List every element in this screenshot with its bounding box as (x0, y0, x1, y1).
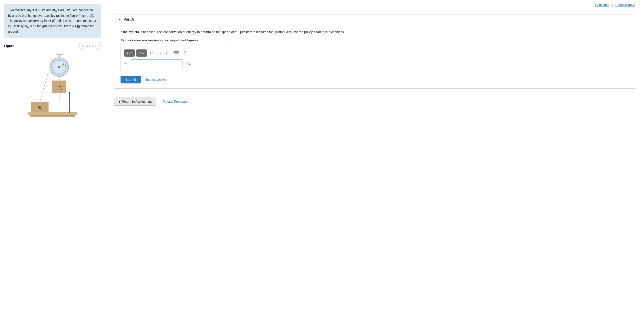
figure-prev-button[interactable]: ‹ (79, 43, 85, 49)
figure-canvas: m A m B (4, 50, 101, 120)
figure-title: Figure (4, 44, 14, 48)
part-a-body: If the system is released, use conservat… (114, 24, 635, 88)
answer-toolbar: ■ √□ AΣφ ↩ ↪ ↻ ⌨ ? (124, 50, 224, 57)
submit-button[interactable]: Submit (120, 76, 141, 84)
input-label: v = (124, 62, 129, 65)
input-row: v = m/s (124, 59, 224, 67)
svg-rect-1 (30, 115, 75, 117)
pulley-diagram: m A m B (14, 53, 90, 120)
figure-nav: ‹ 1 of 1 › (79, 43, 101, 49)
figure-header: Figure ‹ 1 of 1 › (4, 43, 101, 49)
answer-box: ■ √□ AΣφ ↩ ↪ ↻ ⌨ ? v = (120, 46, 228, 71)
request-answer-button[interactable]: Request Answer (145, 78, 168, 81)
svg-text:B: B (60, 88, 62, 90)
formula-icon: ■ (126, 52, 128, 55)
figure-link[interactable]: Figure 1 (80, 14, 91, 18)
redo-button[interactable]: ↪ (156, 50, 162, 57)
keyboard-button[interactable]: ⌨ (172, 50, 180, 57)
greek-button[interactable]: AΣφ (136, 50, 147, 57)
svg-marker-11 (69, 92, 70, 94)
periodic-table-link[interactable]: Periodic Table (616, 3, 635, 7)
svg-line-21 (40, 67, 50, 102)
part-a-header: ▼ Part A (114, 15, 635, 24)
right-panel: Constants | Periodic Table ▼ Part A If t… (105, 0, 644, 319)
figure-next-button[interactable]: › (95, 43, 101, 49)
greek-label: AΣφ (139, 52, 144, 55)
svg-text:m: m (38, 105, 41, 109)
sqrt-icon: √□ (129, 52, 132, 55)
buttons-row: Submit Request Answer (120, 76, 628, 84)
figure-page-label: 1 of 1 (86, 44, 94, 48)
part-a-section: ▼ Part A If the system is released, use … (114, 15, 635, 89)
question-text: If the system is released, use conservat… (120, 29, 628, 35)
svg-text:A: A (41, 108, 43, 111)
left-panel: Two masses, mA = 35.0 kg and mB = 40.0 k… (0, 0, 105, 319)
part-a-label: Part A (124, 18, 134, 22)
refresh-button[interactable]: ↻ (164, 50, 170, 57)
problem-description: Two masses, mA = 35.0 kg and mB = 40.0 k… (4, 4, 101, 38)
separator: | (612, 3, 613, 7)
svg-text:R: R (62, 63, 64, 66)
provide-feedback-link[interactable]: Provide Feedback (163, 100, 188, 103)
question-instruction: Express your answer using two significan… (120, 39, 628, 42)
figure-section: Figure ‹ 1 of 1 › m A (4, 43, 101, 120)
unit-label: m/s (185, 62, 190, 65)
collapse-icon[interactable]: ▼ (118, 18, 122, 21)
svg-text:m: m (58, 85, 60, 89)
return-to-assignment-button[interactable]: ❮ Return to Assignment (114, 98, 156, 106)
constants-link[interactable]: Constants (595, 3, 609, 7)
undo-button[interactable]: ↩ (148, 50, 154, 57)
svg-point-20 (58, 67, 60, 68)
help-button[interactable]: ? (182, 50, 188, 57)
formula-editor-button[interactable]: ■ √□ (124, 50, 134, 57)
svg-text:0: 0 (64, 65, 66, 67)
top-links: Constants | Periodic Table (114, 0, 635, 9)
bottom-bar: ❮ Return to Assignment Provide Feedback (114, 98, 635, 112)
answer-input[interactable] (131, 59, 182, 67)
